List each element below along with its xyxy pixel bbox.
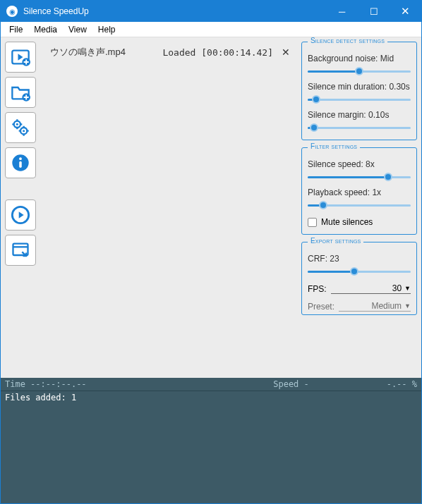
titlebar: ◉ Silence SpeedUp ─ ☐ ✕ <box>1 1 421 22</box>
playback-speed-label: Playback speed: 1x <box>308 188 411 197</box>
silence-speed-slider[interactable] <box>308 172 411 182</box>
app-window: ◉ Silence SpeedUp ─ ☐ ✕ File Media View … <box>0 0 422 504</box>
output-button[interactable] <box>5 235 36 266</box>
min-duration-label: Silence min duration: 0.30s <box>308 82 411 92</box>
status-speed: Speed - <box>195 379 386 389</box>
app-icon: ◉ <box>6 6 18 17</box>
svg-rect-10 <box>19 161 22 168</box>
close-button[interactable]: ✕ <box>390 1 421 22</box>
settings-button[interactable] <box>5 112 36 143</box>
playback-speed-slider[interactable] <box>308 200 411 210</box>
preset-value: Medium <box>371 301 402 311</box>
status-percent: -.-- % <box>387 379 417 389</box>
svg-point-9 <box>19 157 22 160</box>
chevron-down-icon: ▼ <box>404 285 411 292</box>
menubar: File Media View Help <box>1 22 421 37</box>
preset-label: Preset: <box>308 302 334 312</box>
filter-panel: Filter settings Silence speed: 8x Playba… <box>301 147 417 235</box>
bg-noise-label: Background noise: Mid <box>308 54 411 63</box>
menu-help[interactable]: Help <box>92 23 121 36</box>
crf-slider[interactable] <box>308 266 411 276</box>
fps-select[interactable]: 30 ▼ <box>331 283 411 294</box>
maximize-button[interactable]: ☐ <box>358 1 390 22</box>
crf-label: CRF: 23 <box>308 254 411 264</box>
run-button[interactable] <box>5 199 36 231</box>
mute-silences-label: Mute silences <box>321 217 373 227</box>
console-output: Files added: 1 <box>1 391 421 503</box>
svg-marker-12 <box>19 211 24 218</box>
fps-value: 30 <box>392 283 402 293</box>
main-area: ウソの鳴き声.mp4 Loaded [00:00:14.42] ✕ Silenc… <box>42 37 421 378</box>
left-toolbar <box>1 37 42 378</box>
file-list: ウソの鳴き声.mp4 Loaded [00:00:14.42] ✕ <box>42 37 300 378</box>
margin-label: Silence margin: 0.10s <box>308 110 411 120</box>
bg-noise-slider[interactable] <box>308 66 411 76</box>
preset-select[interactable]: Medium ▼ <box>339 301 411 312</box>
info-icon <box>11 153 30 173</box>
mute-silences-checkbox[interactable] <box>308 218 317 227</box>
svg-point-5 <box>16 123 18 125</box>
svg-marker-1 <box>18 54 23 60</box>
video-add-icon <box>11 47 30 67</box>
status-time: Time --:--:--.-- <box>5 379 195 389</box>
panel-title: Filter settings <box>308 142 360 150</box>
menu-view[interactable]: View <box>63 23 92 36</box>
add-video-button[interactable] <box>5 42 36 73</box>
content-area: ウソの鳴き声.mp4 Loaded [00:00:14.42] ✕ Silenc… <box>1 37 421 378</box>
file-name: ウソの鳴き声.mp4 <box>50 46 162 59</box>
info-button[interactable] <box>5 147 36 178</box>
status-bar: Time --:--:--.-- Speed - -.-- % <box>1 378 421 391</box>
silence-speed-label: Silence speed: 8x <box>308 159 411 169</box>
window-title: Silence SpeedUp <box>23 6 89 16</box>
gears-icon <box>11 118 30 137</box>
panel-title: Silence detect settings <box>308 37 387 44</box>
file-remove-button[interactable]: ✕ <box>280 47 291 58</box>
console-line: Files added: 1 <box>5 393 417 402</box>
menu-file[interactable]: File <box>4 23 28 36</box>
silence-detect-panel: Silence detect settings Background noise… <box>301 42 417 140</box>
export-panel: Export settings CRF: 23 FPS: 30 ▼ <box>301 242 417 315</box>
file-row[interactable]: ウソの鳴き声.mp4 Loaded [00:00:14.42] ✕ <box>46 43 296 61</box>
folder-add-icon <box>11 82 30 102</box>
settings-sidebar: Silence detect settings Background noise… <box>300 37 421 378</box>
panel-title: Export settings <box>308 237 363 245</box>
fps-label: FPS: <box>308 284 327 294</box>
min-duration-slider[interactable] <box>308 94 411 104</box>
svg-point-7 <box>23 130 25 132</box>
play-circle-icon <box>11 205 30 225</box>
window-controls: ─ ☐ ✕ <box>326 1 421 22</box>
add-folder-button[interactable] <box>5 77 36 108</box>
file-status: Loaded [00:00:14.42] <box>162 47 273 58</box>
minimize-button[interactable]: ─ <box>326 1 358 22</box>
window-export-icon <box>11 240 30 260</box>
margin-slider[interactable] <box>308 123 411 133</box>
chevron-down-icon: ▼ <box>404 302 411 309</box>
menu-media[interactable]: Media <box>28 23 63 36</box>
